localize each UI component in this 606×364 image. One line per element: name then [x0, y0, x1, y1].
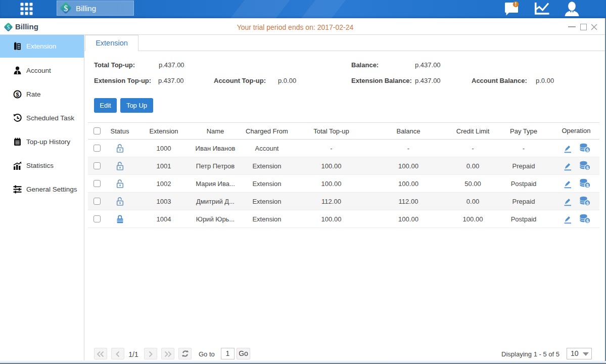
svg-text:$: $ [586, 165, 589, 170]
svg-text:$: $ [586, 183, 589, 188]
svg-text:$: $ [64, 4, 68, 13]
svg-text:$: $ [586, 218, 589, 223]
svg-text:$: $ [16, 92, 19, 98]
svg-text:$: $ [586, 200, 589, 206]
svg-text:!: ! [515, 2, 517, 7]
svg-text:$: $ [586, 147, 589, 153]
